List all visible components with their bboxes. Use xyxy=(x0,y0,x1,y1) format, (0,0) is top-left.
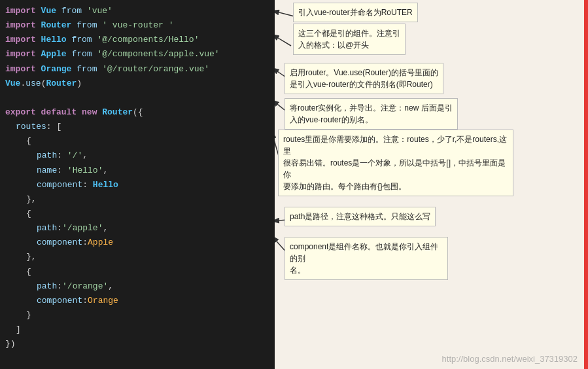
str-path-orange: '/orange' xyxy=(62,280,108,293)
code-line-bracket-close: ] xyxy=(0,323,275,337)
punct-end: }) xyxy=(5,338,16,351)
keyword-import: import xyxy=(5,48,36,61)
code-line-path1: path : '/' , xyxy=(0,149,275,163)
id-vue: Vue xyxy=(36,5,61,18)
id-router-new: Router xyxy=(102,106,133,119)
watermark-text: http://blog.csdn.net/weixi_37319302 xyxy=(442,354,578,364)
code-line-path2: path : '/apple' , xyxy=(0,221,275,236)
id-router-arg: Router xyxy=(46,77,77,90)
id-router: Router xyxy=(36,19,77,32)
punct-colon7: : xyxy=(57,280,62,293)
punct-colon8: : xyxy=(82,294,88,308)
svg-line-2 xyxy=(275,34,291,46)
punct-colon: : [ xyxy=(46,120,61,133)
key-routes: routes xyxy=(16,120,46,133)
str-vue: 'vue' xyxy=(82,5,112,18)
punct-colon2: : xyxy=(57,149,67,162)
str-hello-path: '@/components/Hello' xyxy=(92,33,199,46)
anno4-text: 将router实例化，并导出。注意：new 后面是引入的vue-router的别… xyxy=(290,103,453,124)
code-line-6: Vue . use ( Router ) xyxy=(0,77,275,91)
str-name-hello: 'Hello' xyxy=(67,164,103,177)
code-line-comp2: component : Apple xyxy=(0,236,275,250)
code-line-2: import Router from ' vue-router ' xyxy=(0,18,275,33)
punct-obj3-open: { xyxy=(26,266,31,279)
annotation-2: 这三个都是引的组件。注意引入的格式：以@开头 xyxy=(293,24,406,55)
main-container: import Vue from 'vue' import Router from… xyxy=(0,0,588,369)
key-path: path xyxy=(37,149,57,162)
anno2-text: 这三个都是引的组件。注意引入的格式：以@开头 xyxy=(298,29,400,50)
key-component: component xyxy=(37,179,82,192)
keyword-from: from xyxy=(77,19,97,32)
code-line-1: import Vue from 'vue' xyxy=(0,4,275,18)
str-orange-path: '@/router/orange.vue' xyxy=(97,63,209,76)
keyword-default: default xyxy=(36,106,82,119)
punct-comma: , xyxy=(82,149,88,162)
code-line-path3: path : '/orange' , xyxy=(0,279,275,294)
punct-obj3-close: } xyxy=(26,309,31,322)
annotation-3: 启用router。Vue.use(Router)的括号里面的是引入vue-rou… xyxy=(285,63,443,94)
punct-dot: . xyxy=(20,77,26,90)
code-line-obj2-close: }, xyxy=(0,250,275,264)
anno3-text: 启用router。Vue.use(Router)的括号里面的是引入vue-rou… xyxy=(290,68,438,89)
key-name: name xyxy=(37,164,57,177)
code-line-5: import Orange from '@/router/orange.vue' xyxy=(0,62,275,77)
code-line-obj1-open: { xyxy=(0,134,275,149)
keyword-import: import xyxy=(5,33,36,46)
anno1-text: 引入vue-router并命名为RoUTER xyxy=(298,8,413,17)
punct-comma2: , xyxy=(103,164,108,177)
code-line-routes: routes : [ xyxy=(0,120,275,134)
code-line-obj3-open: { xyxy=(0,265,275,279)
keyword-from: from xyxy=(71,48,92,61)
keyword-import: import xyxy=(5,63,36,76)
str-path-root: '/' xyxy=(67,149,82,162)
id-orange: Orange xyxy=(36,63,77,76)
id-orange-comp: Orange xyxy=(88,294,118,308)
punct-colon4: : xyxy=(82,179,93,192)
punct-colon5: : xyxy=(57,222,62,235)
punct-brace-open: ({ xyxy=(133,106,143,119)
keyword-from: from xyxy=(77,63,97,76)
annotation-5: routes里面是你需要添加的。注意：routes，少了r,不是routers,… xyxy=(278,130,513,196)
right-border xyxy=(584,0,588,369)
key-path3: path xyxy=(37,280,57,293)
code-line-comp3: component : Orange xyxy=(0,294,275,308)
punct-comma4: , xyxy=(108,280,113,293)
keyword-import: import xyxy=(5,5,36,18)
watermark: http://blog.csdn.net/weixi_37319302 xyxy=(442,354,578,364)
code-line-end: }) xyxy=(0,337,275,351)
punct-bracket-close: ] xyxy=(16,323,21,336)
code-line-name1: name : 'Hello' , xyxy=(0,164,275,178)
fn-use: use xyxy=(26,77,41,90)
code-line-4: import Apple from '@/components/apple.vu… xyxy=(0,47,275,62)
punct-comma3: , xyxy=(103,222,108,235)
keyword-export: export xyxy=(5,106,36,119)
code-line-8: export default new Router ({ xyxy=(0,105,275,120)
keyword-from: from xyxy=(71,33,92,46)
code-line-3: import Hello from '@/components/Hello' xyxy=(0,33,275,47)
id-hello-comp: Hello xyxy=(93,179,118,192)
code-line-obj2-open: { xyxy=(0,207,275,221)
punct-obj2-close: }, xyxy=(26,251,37,264)
anno6-text: path是路径，注意这种格式。只能这么写 xyxy=(290,212,430,221)
code-panel: import Vue from 'vue' import Router from… xyxy=(0,0,275,369)
annotation-6: path是路径，注意这种格式。只能这么写 xyxy=(285,207,436,226)
id-apple-comp: Apple xyxy=(88,236,113,249)
code-line-blank xyxy=(0,91,275,105)
anno7-text: component是组件名称。也就是你引入组件的别名。 xyxy=(290,242,438,275)
punct-cparen: ) xyxy=(77,77,82,90)
punct-colon6: : xyxy=(82,236,88,249)
code-line-obj3-close: } xyxy=(0,308,275,323)
annotation-panel: 引入vue-router并命名为RoUTER 这三个都是引的组件。注意引入的格式… xyxy=(275,0,584,369)
key-component2: component xyxy=(37,236,82,249)
code-line-comp1: component : Hello xyxy=(0,178,275,192)
key-path2: path xyxy=(37,222,57,235)
svg-line-1 xyxy=(275,10,294,16)
code-line-obj1-close: }, xyxy=(0,192,275,207)
id-vue-use: Vue xyxy=(5,77,20,90)
punct-colon3: : xyxy=(57,164,67,177)
annotation-7: component是组件名称。也就是你引入组件的别名。 xyxy=(285,237,448,280)
keyword-new: new xyxy=(82,106,102,119)
punct-obj2-open: { xyxy=(26,207,31,220)
key-component3: component xyxy=(37,294,82,308)
anno5-text: routes里面是你需要添加的。注意：routes，少了r,不是routers,… xyxy=(283,135,507,191)
